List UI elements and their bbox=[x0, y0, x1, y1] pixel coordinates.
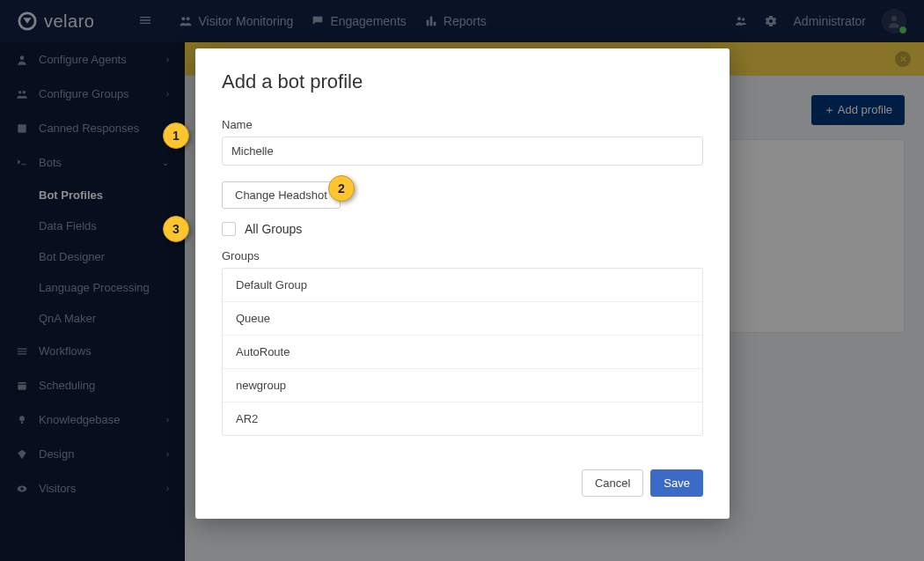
name-input[interactable] bbox=[222, 137, 703, 166]
cancel-label: Cancel bbox=[595, 476, 630, 490]
groups-list: Default Group Queue AutoRoute newgroup A… bbox=[222, 268, 703, 436]
add-bot-profile-modal: Add a bot profile Name Change Headshot A… bbox=[195, 48, 730, 519]
annotation-3: 3 bbox=[163, 216, 189, 242]
group-item[interactable]: AutoRoute bbox=[223, 336, 702, 369]
group-item[interactable]: AR2 bbox=[223, 402, 702, 435]
name-label: Name bbox=[222, 118, 703, 131]
cancel-button[interactable]: Cancel bbox=[582, 469, 643, 497]
modal-title: Add a bot profile bbox=[222, 70, 703, 93]
group-item[interactable]: newgroup bbox=[223, 369, 702, 402]
change-headshot-button[interactable]: Change Headshot bbox=[222, 181, 341, 209]
save-label: Save bbox=[664, 476, 690, 490]
all-groups-label: All Groups bbox=[245, 222, 302, 236]
change-headshot-label: Change Headshot bbox=[235, 188, 327, 202]
annotation-2: 2 bbox=[328, 175, 355, 202]
save-button[interactable]: Save bbox=[650, 469, 703, 497]
annotation-1: 1 bbox=[163, 122, 189, 149]
groups-label: Groups bbox=[222, 249, 703, 262]
group-item[interactable]: Queue bbox=[223, 302, 702, 336]
group-item[interactable]: Default Group bbox=[223, 269, 702, 302]
all-groups-checkbox[interactable] bbox=[222, 222, 236, 236]
